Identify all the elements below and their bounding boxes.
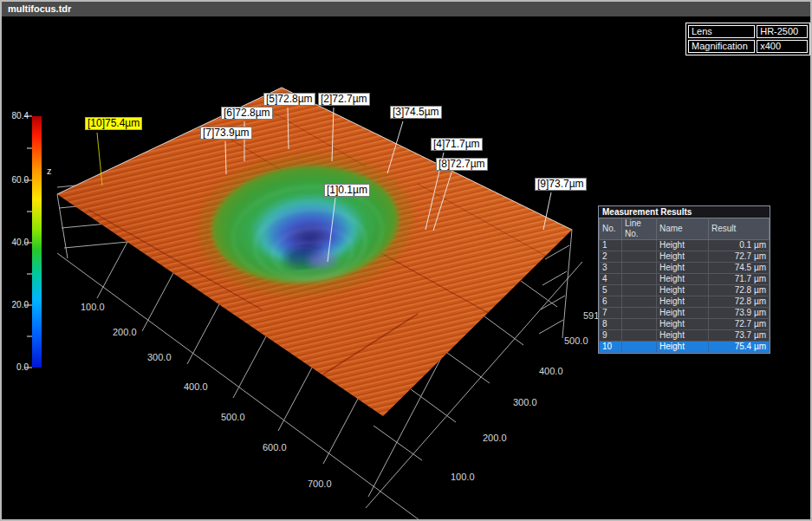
table-row[interactable]: 2 Height 72.7 µm [600, 251, 770, 263]
cell-name: Height [657, 285, 709, 296]
cell-name: Height [657, 308, 709, 319]
cell-result: 72.7 µm [709, 319, 770, 330]
y-tick-label: 100.0 [451, 472, 475, 482]
x-tick-label: 300.0 [147, 352, 172, 362]
marker-label-10[interactable]: [10]75.4µm [85, 117, 142, 130]
cell-name: Height [657, 296, 709, 308]
cell-lineno [622, 274, 657, 285]
cell-result: 75.4 µm [709, 342, 770, 353]
marker-label-3[interactable]: [3]74.5µm [390, 106, 442, 119]
cell-lineno [622, 319, 657, 330]
lens-value: HR-2500 [757, 25, 808, 38]
lens-info-table: Lens HR-2500 Magnification x400 [685, 23, 810, 55]
col-header-lineno: Line No. [622, 218, 657, 240]
cell-no: 1 [600, 240, 622, 251]
cell-result: 73.9 µm [709, 308, 770, 319]
z-axis-label: z [47, 166, 52, 176]
col-header-no: No. [600, 218, 622, 240]
table-row-selected[interactable]: 10 Height 75.4 µm [600, 342, 770, 353]
cell-no: 10 [600, 342, 622, 353]
results-header-row: No. Line No. Name Result [600, 218, 770, 240]
marker-label-4[interactable]: [4]71.7µm [431, 138, 483, 151]
table-row[interactable]: 5 Height 72.8 µm [600, 285, 770, 296]
y-tick-label: 300.0 [513, 397, 537, 407]
cell-name: Height [657, 274, 709, 285]
scale-label-min: 0.0 [3, 362, 29, 373]
col-header-result: Result [709, 218, 770, 240]
cell-no: 6 [600, 296, 622, 308]
cell-no: 4 [600, 274, 622, 285]
cell-no: 3 [600, 263, 622, 274]
cell-no: 2 [600, 251, 622, 263]
table-row[interactable]: 1 Height 0.1 µm [600, 240, 770, 251]
cell-lineno [622, 251, 657, 263]
info-row-magnification: Magnification x400 [688, 40, 808, 53]
marker-label-5[interactable]: [5]72.8µm [263, 93, 315, 106]
table-row[interactable]: 3 Height 74.5 µm [600, 263, 770, 274]
cell-lineno [622, 263, 657, 274]
table-row[interactable]: 7 Height 73.9 µm [600, 308, 770, 319]
lens-label: Lens [688, 25, 755, 38]
cell-name: Height [657, 319, 709, 330]
scale-label-40: 40.0 [3, 238, 29, 248]
table-row[interactable]: 4 Height 71.7 µm [600, 274, 770, 285]
scale-label-max: 80.4 [3, 111, 29, 121]
cell-no: 5 [600, 285, 622, 296]
scale-label-60: 60.0 [3, 175, 29, 186]
y-tick-label: 400.0 [539, 366, 563, 376]
cell-result: 71.7 µm [709, 274, 770, 285]
table-row[interactable]: 6 Height 72.8 µm [600, 296, 770, 308]
cell-no: 9 [600, 330, 622, 342]
cell-name: Height [657, 263, 709, 274]
marker-label-7[interactable]: [7]73.9µm [200, 127, 252, 140]
app-window: multifocus.tdr [0, 0, 812, 521]
y-tick-label: 200.0 [483, 433, 507, 443]
cell-result: 72.7 µm [709, 251, 770, 263]
magnification-label: Magnification [688, 40, 755, 53]
scale-label-20: 20.0 [3, 300, 29, 310]
x-tick-label: 100.0 [81, 302, 105, 312]
cell-lineno [622, 240, 657, 251]
cell-lineno [622, 296, 657, 308]
z-axis-left [57, 194, 68, 258]
cell-name: Height [657, 330, 709, 342]
cell-lineno [622, 285, 657, 296]
results-panel-title: Measurement Results [599, 206, 770, 218]
x-tick-label: 500.0 [221, 412, 245, 422]
cell-no: 7 [600, 308, 622, 319]
y-max-label: 591 [583, 310, 599, 321]
cell-name: Height [657, 251, 709, 263]
cell-lineno [622, 330, 657, 342]
cell-lineno [622, 342, 657, 353]
cell-result: 0.1 µm [709, 240, 770, 251]
plot-3d-surface[interactable] [57, 88, 572, 416]
cell-result: 73.7 µm [709, 330, 770, 342]
x-tick-label: 600.0 [263, 442, 287, 453]
cell-result: 74.5 µm [709, 263, 770, 274]
measurement-results-panel: Measurement Results No. Line No. Name Re… [598, 205, 770, 354]
results-table: No. Line No. Name Result 1 Height 0.1 µm… [599, 218, 770, 353]
marker-label-1[interactable]: [1]0.1µm [324, 184, 370, 197]
marker-label-2[interactable]: [2]72.7µm [318, 93, 370, 106]
info-row-lens: Lens HR-2500 [688, 25, 808, 38]
cell-no: 8 [600, 319, 622, 330]
marker-label-9[interactable]: [9]73.7µm [535, 178, 587, 191]
table-row[interactable]: 9 Height 73.7 µm [600, 330, 770, 342]
magnification-value: x400 [757, 40, 808, 53]
table-row[interactable]: 8 Height 72.7 µm [600, 319, 770, 330]
col-header-name: Name [657, 218, 709, 240]
cell-name: Height [657, 342, 709, 353]
y-tick-label: 500.0 [564, 335, 588, 346]
x-tick-label: 200.0 [113, 327, 137, 337]
cell-name: Height [657, 240, 709, 251]
x-tick-label: 700.0 [308, 479, 332, 489]
x-tick-label: 400.0 [184, 381, 208, 392]
marker-label-6[interactable]: [6]72.8µm [221, 107, 273, 120]
cell-result: 72.8 µm [709, 285, 770, 296]
cell-result: 72.8 µm [709, 296, 770, 308]
marker-label-8[interactable]: [8]72.7µm [436, 158, 488, 171]
cell-lineno [622, 308, 657, 319]
